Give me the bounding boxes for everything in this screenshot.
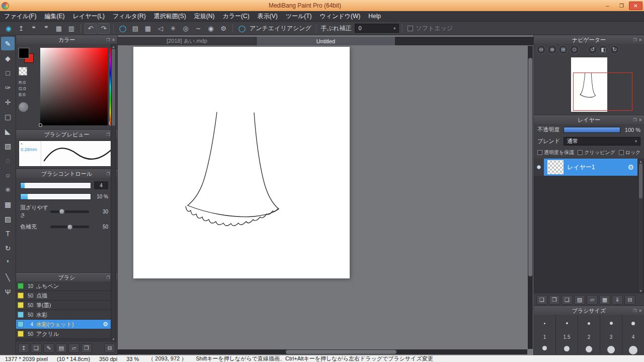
close-button[interactable]: ✕ (629, 2, 642, 10)
scroll-down-icon[interactable]: ▼ (112, 337, 115, 341)
figure-tool[interactable]: □ (1, 66, 15, 80)
text-tool[interactable]: T (1, 227, 15, 240)
curve-snap-icon[interactable]: ∼ (192, 23, 204, 34)
brush-size-value[interactable]: 3 (600, 332, 622, 342)
close-icon[interactable]: ✕ (112, 38, 115, 42)
layer-list-scrollbar[interactable]: ▲ ▼ (638, 159, 643, 294)
gradient-tool[interactable]: ▧ (1, 139, 15, 153)
brush-list-item[interactable]: 50 点描 ⚙ (16, 291, 111, 301)
smooth-ellipse-icon[interactable]: ◯ (117, 23, 129, 34)
brush-size-slider[interactable] (20, 182, 91, 189)
select-tool[interactable]: ▢ (1, 110, 15, 123)
scroll-thumb[interactable] (286, 350, 396, 354)
menu-item[interactable]: 選択範囲(S) (150, 11, 190, 21)
popout-icon[interactable]: ❐ (633, 38, 636, 42)
brush-size-cell[interactable] (556, 342, 578, 355)
slider-track[interactable] (50, 226, 89, 228)
brush-list-scrollbar[interactable]: ▲ ▼ (111, 44, 116, 342)
gear-icon[interactable]: ⚙ (217, 23, 229, 34)
brush-script-icon[interactable]: ▤ (56, 343, 67, 353)
merge-down-icon[interactable]: ⇓ (612, 295, 623, 305)
palette-icon[interactable] (19, 102, 28, 112)
popout-icon[interactable]: ❐ (633, 309, 636, 313)
material-layer-icon[interactable]: ▦ (599, 295, 610, 305)
halftone-layer-icon[interactable]: ▨ (574, 295, 585, 305)
canvas-page[interactable] (133, 47, 350, 278)
antialias-toggle-icon[interactable]: ◯ (236, 23, 248, 34)
menu-item[interactable]: カラー(C) (218, 11, 253, 21)
pattern-tool[interactable]: ▨ (1, 212, 15, 226)
close-icon[interactable]: ✕ (638, 118, 642, 122)
add-brush-icon[interactable]: ↥ (18, 343, 29, 353)
duplicate-brush-icon[interactable]: ❐ (81, 343, 92, 353)
layer-option[interactable]: 透明度を保護 (537, 149, 574, 156)
vanishing-snap-icon[interactable]: ◁ (154, 23, 167, 34)
scroll-up-icon[interactable]: ▲ (112, 44, 115, 49)
copy-layer-icon[interactable]: ❑ (561, 295, 573, 305)
slider-track[interactable] (50, 210, 89, 213)
saturation-value-picker[interactable] (40, 48, 108, 125)
new-brush-icon[interactable]: ❏ (31, 343, 42, 353)
softedge-checkbox[interactable] (408, 26, 413, 31)
undo-icon[interactable]: ↶ (85, 23, 97, 34)
menu-item[interactable]: Help (364, 11, 385, 21)
fit-window-icon[interactable]: ⊞ (558, 45, 568, 54)
popout-icon[interactable]: ❐ (106, 132, 110, 137)
layer-option[interactable]: ロック (619, 149, 641, 156)
material-panel-icon[interactable]: ▦ (53, 23, 65, 34)
brush-size-value[interactable]: 4 (622, 332, 644, 342)
document-tab[interactable]: [2018] あい.mdp (118, 37, 257, 45)
popout-icon[interactable]: ❐ (106, 275, 110, 280)
move-tool[interactable]: ✛ (1, 95, 15, 109)
scroll-down-icon[interactable]: ▼ (639, 288, 642, 293)
flip-view-icon[interactable]: ◧ (599, 45, 608, 54)
sv-cursor[interactable] (39, 123, 42, 127)
lasso-select-tool[interactable]: ◌ (1, 154, 15, 167)
brush-size-cell[interactable] (534, 342, 555, 355)
brush-folder-icon[interactable]: ▱ (68, 343, 79, 353)
popout-icon[interactable]: ❐ (633, 118, 636, 122)
add-layer-icon[interactable]: ❏ (536, 295, 547, 305)
brush-size-cell[interactable] (578, 315, 600, 332)
transparent-color-swatch[interactable] (19, 67, 27, 76)
brush-list-item[interactable]: 10 ふちペン ⚙ (16, 281, 111, 291)
publish-icon[interactable]: ↥ (15, 23, 27, 34)
close-icon[interactable]: ✕ (638, 309, 642, 313)
radial-snap-icon[interactable]: ✳ (167, 23, 179, 34)
viewport-rectangle[interactable] (573, 73, 632, 111)
edit-brush-icon[interactable]: ✎ (43, 343, 54, 353)
dot-pen-tool[interactable]: ✑ (1, 81, 15, 94)
scroll-up-icon[interactable]: ▲ (639, 159, 642, 164)
brush-size-value[interactable]: 1 (534, 332, 555, 342)
rotate-right-icon[interactable]: ↻ (610, 45, 619, 54)
brush-opacity-slider[interactable] (20, 193, 91, 200)
foreground-color-swatch[interactable] (19, 48, 29, 58)
hand-tool[interactable]: Ψ (1, 285, 15, 299)
brush-list-item[interactable]: 50 アクリル ⚙ (16, 329, 111, 339)
brush-size-cell[interactable] (534, 315, 555, 332)
minimize-button[interactable]: – (601, 2, 614, 10)
menu-item[interactable]: 表示(V) (254, 11, 282, 21)
layer-opacity-slider[interactable] (564, 127, 620, 133)
bucket-tool[interactable]: ◣ (1, 124, 15, 138)
divide-tool[interactable]: ╲ (1, 270, 15, 284)
brush-list-item[interactable]: 50 水彩 ⚙ (16, 310, 111, 320)
actual-size-icon[interactable]: ⊙ (570, 45, 579, 54)
menu-item[interactable]: ファイル(F) (0, 11, 40, 21)
checkbox[interactable] (619, 150, 624, 155)
brush-size-value[interactable]: 2 (578, 332, 600, 342)
post-icon[interactable]: ❞ (40, 23, 52, 34)
navigator-view[interactable] (534, 55, 644, 115)
rotate-left-icon[interactable]: ↺ (588, 45, 597, 54)
brush-size-cell[interactable] (578, 342, 600, 355)
duplicate-layer-icon[interactable]: ❐ (549, 295, 560, 305)
menu-item[interactable]: フィルタ(R) (109, 11, 150, 21)
popout-icon[interactable]: ❐ (106, 38, 110, 42)
blend-mode-select[interactable]: 通常 ▾ (564, 137, 640, 146)
brush-list-item[interactable]: 50 筆(墨) ⚙ (16, 301, 111, 310)
brush-size-cell[interactable] (622, 315, 644, 332)
brush-tool[interactable]: ✎ (1, 37, 15, 50)
close-icon[interactable]: ✕ (638, 38, 642, 42)
snap-settings-icon[interactable]: ◉ (205, 23, 217, 34)
delete-layer-icon[interactable]: ⊟ (624, 295, 635, 305)
